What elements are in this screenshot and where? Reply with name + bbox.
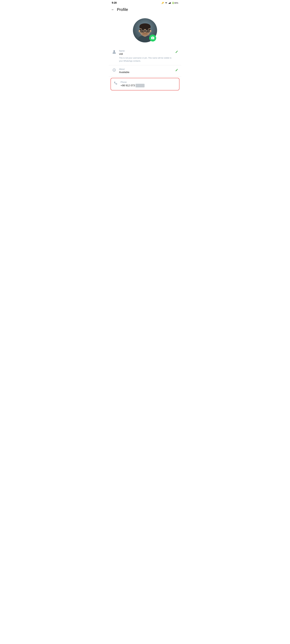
- about-content: About Available: [119, 68, 174, 74]
- phone-icon: [114, 81, 118, 85]
- header: ← Profile: [109, 6, 181, 14]
- status-icons: 🔑 🔋80%: [161, 2, 178, 4]
- svg-point-26: [149, 30, 151, 32]
- phone-icon-wrapper: [113, 81, 118, 85]
- status-bar: 9:28 🔑 🔋80%: [109, 0, 181, 6]
- about-value: Available: [119, 71, 174, 74]
- svg-rect-11: [146, 29, 148, 30]
- phone-number-blurred: [135, 84, 145, 88]
- back-button[interactable]: ←: [111, 8, 115, 12]
- about-label: About: [119, 68, 174, 70]
- key-icon: 🔑: [161, 2, 164, 4]
- person-icon-wrapper: [112, 50, 117, 54]
- phone-content: Phone +98 912 073: [121, 81, 177, 88]
- info-icon-wrapper: [112, 68, 117, 72]
- profile-fields: Name vidi This is not your username or p…: [109, 47, 181, 90]
- about-pencil-icon: [175, 68, 178, 72]
- svg-point-17: [142, 30, 143, 32]
- svg-point-19: [142, 30, 143, 31]
- person-icon: [112, 50, 116, 54]
- svg-point-20: [147, 30, 147, 31]
- avatar-section: [109, 14, 181, 47]
- name-field: Name vidi This is not your username or p…: [109, 47, 181, 65]
- signal-icon: [168, 2, 171, 4]
- phone-number-visible: +98 912 073: [121, 84, 135, 87]
- svg-point-25: [139, 30, 141, 32]
- page-title: Profile: [117, 7, 128, 12]
- info-icon: [112, 68, 116, 72]
- phone-value: +98 912 073: [121, 84, 177, 88]
- status-time: 9:28: [112, 2, 117, 4]
- svg-point-24: [142, 33, 148, 35]
- phone-label: Phone: [121, 81, 177, 83]
- name-content: Name vidi This is not your username or p…: [119, 50, 174, 62]
- phone-field: Phone +98 912 073: [111, 78, 179, 90]
- change-photo-button[interactable]: [149, 34, 156, 42]
- name-pencil-icon: [175, 50, 178, 53]
- camera-icon: [151, 36, 155, 40]
- avatar-wrapper: [133, 18, 157, 42]
- svg-rect-10: [142, 29, 144, 30]
- name-edit-button[interactable]: [175, 50, 178, 54]
- wifi-icon: [165, 2, 167, 4]
- about-edit-button[interactable]: [175, 68, 178, 72]
- svg-point-18: [147, 30, 148, 32]
- battery-level: 80%: [174, 2, 178, 4]
- name-value: vidi: [119, 52, 174, 56]
- name-label: Name: [119, 50, 174, 52]
- battery-status: 🔋80%: [172, 2, 178, 4]
- name-hint: This is not your username or pin. This n…: [119, 56, 174, 62]
- svg-point-7: [139, 25, 151, 29]
- about-field: About Available: [109, 65, 181, 77]
